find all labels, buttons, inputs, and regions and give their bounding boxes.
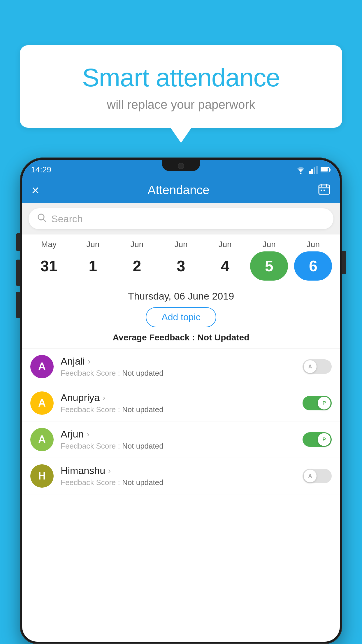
student-info-anupriya: Anupriya › Feedback Score : Not updated xyxy=(61,392,303,414)
toggle-knob-arjun: P xyxy=(318,433,331,446)
search-bar[interactable]: Search xyxy=(29,208,333,229)
avatar-himanshu: H xyxy=(30,464,54,488)
calendar-strip: May Jun Jun Jun Jun Jun Jun 31 1 2 3 4 5… xyxy=(22,235,340,284)
student-name-anupriya: Anupriya xyxy=(61,392,100,403)
student-item-anupriya[interactable]: A Anupriya › Feedback Score : Not update… xyxy=(22,385,340,421)
toggle-himanshu[interactable]: A xyxy=(303,469,332,483)
svg-rect-4 xyxy=(316,166,318,174)
phone-frame: 14:29 xyxy=(20,158,342,644)
month-1: Jun xyxy=(74,240,112,249)
chevron-himanshu: › xyxy=(108,466,111,475)
mute-button[interactable] xyxy=(16,233,20,251)
toggle-off-anjali[interactable]: A xyxy=(303,359,332,374)
month-0: May xyxy=(30,240,68,249)
student-info-himanshu: Himanshu › Feedback Score : Not updated xyxy=(61,465,303,487)
svg-rect-6 xyxy=(321,168,328,172)
toggle-anupriya[interactable]: P xyxy=(303,396,332,410)
selected-date-text: Thursday, 06 June 2019 xyxy=(22,290,340,302)
month-4: Jun xyxy=(206,240,244,249)
date-row: 31 1 2 3 4 5 6 xyxy=(22,251,340,281)
student-name-row-anjali: Anjali › xyxy=(61,356,303,367)
toggle-knob-himanshu: A xyxy=(304,470,317,482)
date-info-section: Thursday, 06 June 2019 Add topic Average… xyxy=(22,284,340,349)
svg-line-15 xyxy=(43,219,46,222)
volume-down-button[interactable] xyxy=(16,292,20,318)
student-name-row-anupriya: Anupriya › xyxy=(61,392,303,403)
feedback-score-himanshu: Feedback Score : Not updated xyxy=(61,478,303,487)
date-3[interactable]: 3 xyxy=(162,251,200,281)
feedback-score-anjali: Feedback Score : Not updated xyxy=(61,369,303,378)
feedback-score-arjun: Feedback Score : Not updated xyxy=(61,442,303,451)
close-button[interactable]: × xyxy=(31,182,39,198)
student-name-row-himanshu: Himanshu › xyxy=(61,465,303,476)
average-feedback: Average Feedback : Not Updated xyxy=(22,332,340,342)
chevron-arjun: › xyxy=(87,430,89,439)
svg-rect-3 xyxy=(314,167,315,174)
avatar-anupriya: A xyxy=(30,391,54,415)
search-icon xyxy=(37,213,47,225)
chevron-anupriya: › xyxy=(103,393,105,402)
toggle-off-himanshu[interactable]: A xyxy=(303,469,332,483)
toggle-on-arjun[interactable]: P xyxy=(303,432,332,447)
app-header: × Attendance xyxy=(22,177,340,203)
student-item-anjali[interactable]: A Anjali › Feedback Score : Not updated … xyxy=(22,349,340,385)
wifi-icon xyxy=(296,166,306,174)
date-6-today[interactable]: 6 xyxy=(294,251,332,281)
svg-rect-1 xyxy=(309,171,311,174)
month-5: Jun xyxy=(250,240,288,249)
toggle-on-anupriya[interactable]: P xyxy=(303,396,332,410)
month-6: Jun xyxy=(294,240,332,249)
feedback-label: Average Feedback : xyxy=(113,332,195,342)
student-name-arjun: Arjun xyxy=(61,428,84,440)
student-info-anjali: Anjali › Feedback Score : Not updated xyxy=(61,356,303,378)
student-item-arjun[interactable]: A Arjun › Feedback Score : Not updated P xyxy=(22,421,340,458)
phone-notch xyxy=(162,160,200,171)
date-1[interactable]: 1 xyxy=(74,251,112,281)
status-time: 14:29 xyxy=(31,165,51,174)
svg-rect-13 xyxy=(324,190,325,191)
power-button[interactable] xyxy=(342,251,346,274)
avatar-anjali: A xyxy=(30,355,54,378)
feedback-score-anupriya: Feedback Score : Not updated xyxy=(61,405,303,414)
search-container: Search xyxy=(22,203,340,235)
toggle-knob-anupriya: P xyxy=(318,397,331,410)
feedback-value: Not Updated xyxy=(197,332,249,342)
toggle-anjali[interactable]: A xyxy=(303,359,332,374)
bubble-title: Smart attendance xyxy=(34,63,328,92)
bubble-subtitle: will replace your paperwork xyxy=(34,98,328,112)
student-list: A Anjali › Feedback Score : Not updated … xyxy=(22,349,340,494)
add-topic-button[interactable]: Add topic xyxy=(146,307,216,327)
student-item-himanshu[interactable]: H Himanshu › Feedback Score : Not update… xyxy=(22,458,340,494)
chevron-anjali: › xyxy=(88,357,90,366)
date-4[interactable]: 4 xyxy=(206,251,244,281)
speech-bubble-container: Smart attendance will replace your paper… xyxy=(20,45,342,128)
header-title: Attendance xyxy=(147,183,210,197)
month-3: Jun xyxy=(162,240,200,249)
month-2: Jun xyxy=(118,240,156,249)
student-name-himanshu: Himanshu xyxy=(61,465,105,476)
avatar-arjun: A xyxy=(30,428,54,451)
search-placeholder: Search xyxy=(51,213,83,225)
svg-rect-7 xyxy=(329,169,331,171)
student-name-row-arjun: Arjun › xyxy=(61,428,303,440)
battery-icon xyxy=(321,167,331,173)
svg-point-0 xyxy=(300,173,302,174)
date-31[interactable]: 31 xyxy=(30,251,68,281)
date-2[interactable]: 2 xyxy=(118,251,156,281)
month-row: May Jun Jun Jun Jun Jun Jun xyxy=(22,240,340,249)
svg-rect-2 xyxy=(311,169,313,174)
speech-bubble: Smart attendance will replace your paper… xyxy=(20,45,342,128)
signal-icon xyxy=(309,166,318,174)
svg-rect-12 xyxy=(321,190,322,191)
toggle-knob-anjali: A xyxy=(304,360,317,373)
calendar-icon[interactable] xyxy=(318,183,331,198)
status-icons xyxy=(296,166,331,174)
date-5-selected[interactable]: 5 xyxy=(250,251,288,281)
phone-screen: 14:29 xyxy=(22,160,340,642)
front-camera xyxy=(178,163,184,169)
student-info-arjun: Arjun › Feedback Score : Not updated xyxy=(61,428,303,451)
toggle-arjun[interactable]: P xyxy=(303,432,332,447)
volume-up-button[interactable] xyxy=(16,260,20,286)
student-name-anjali: Anjali xyxy=(61,356,85,367)
